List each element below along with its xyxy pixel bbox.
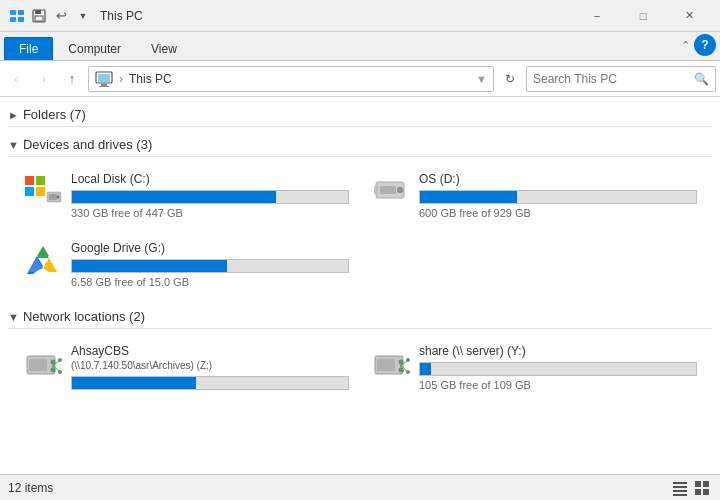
local-c-space: 330 GB free of 447 GB bbox=[71, 207, 349, 219]
svg-rect-12 bbox=[36, 176, 45, 185]
share-y-name: share (\\ server) (Y:) bbox=[419, 344, 697, 358]
gdrive-g-info: Google Drive (G:) 6.58 GB free of 15.0 G… bbox=[71, 241, 349, 288]
svg-point-49 bbox=[406, 358, 410, 362]
save-icon[interactable] bbox=[30, 7, 48, 25]
svg-rect-0 bbox=[10, 10, 16, 15]
svg-rect-11 bbox=[25, 176, 34, 185]
network-chevron: ▼ bbox=[8, 311, 19, 323]
local-c-progress-track bbox=[71, 190, 349, 204]
local-disk-icon bbox=[23, 172, 63, 212]
svg-rect-51 bbox=[673, 482, 687, 484]
os-d-info: OS (D:) 600 GB free of 929 GB bbox=[419, 172, 697, 219]
local-c-progress-fill bbox=[72, 191, 276, 203]
svg-rect-34 bbox=[29, 359, 47, 371]
svg-marker-30 bbox=[37, 248, 49, 258]
svg-rect-58 bbox=[703, 489, 709, 495]
svg-rect-5 bbox=[35, 10, 41, 14]
minimize-button[interactable]: − bbox=[574, 0, 620, 32]
drive-os-d[interactable]: OS (D:) 600 GB free of 929 GB bbox=[364, 165, 704, 226]
gdrive-g-progress-track bbox=[71, 259, 349, 273]
tab-view[interactable]: View bbox=[136, 37, 192, 60]
refresh-button[interactable]: ↻ bbox=[498, 67, 522, 91]
large-icons-view-button[interactable] bbox=[692, 478, 712, 498]
network-share-y[interactable]: share (\\ server) (Y:) 105 GB free of 10… bbox=[364, 337, 704, 400]
local-c-name: Local Disk (C:) bbox=[71, 172, 349, 186]
svg-point-22 bbox=[399, 189, 402, 192]
svg-rect-6 bbox=[35, 16, 43, 21]
main-content: ► Folders (7) ▼ Devices and drives (3) bbox=[0, 97, 720, 474]
svg-point-17 bbox=[57, 196, 60, 199]
folders-section-header[interactable]: ► Folders (7) bbox=[8, 101, 712, 126]
devices-section-header[interactable]: ▼ Devices and drives (3) bbox=[8, 131, 712, 156]
back-button[interactable]: ‹ bbox=[4, 67, 28, 91]
folders-section-label: Folders (7) bbox=[23, 107, 86, 122]
svg-rect-53 bbox=[673, 490, 687, 492]
drive-gdrive-g[interactable]: Google Drive (G:) 6.58 GB free of 15.0 G… bbox=[16, 234, 356, 295]
svg-point-41 bbox=[58, 370, 62, 374]
address-bar: ‹ › ↑ › This PC ▼ ↻ 🔍 bbox=[0, 61, 720, 97]
drive-local-c[interactable]: Local Disk (C:) 330 GB free of 447 GB bbox=[16, 165, 356, 226]
help-button[interactable]: ? bbox=[694, 34, 716, 56]
forward-button[interactable]: › bbox=[32, 67, 56, 91]
svg-rect-3 bbox=[18, 17, 24, 22]
svg-rect-1 bbox=[18, 10, 24, 15]
share-y-progress-fill bbox=[420, 363, 431, 375]
window-controls: − □ ✕ bbox=[574, 0, 712, 32]
svg-point-50 bbox=[406, 370, 410, 374]
ribbon-tabs: File Computer View ⌃ ? bbox=[0, 32, 720, 60]
network-ahsay-z[interactable]: AhsayCBS (\\10.7.140.50\asr\Archives) (Z… bbox=[16, 337, 356, 400]
network-drive-icon-y bbox=[371, 344, 411, 384]
svg-rect-16 bbox=[49, 194, 57, 200]
os-d-progress-track bbox=[419, 190, 697, 204]
ahsay-z-progress-fill bbox=[72, 377, 196, 389]
undo-icon[interactable]: ↩ bbox=[52, 7, 70, 25]
address-dropdown[interactable]: ▼ bbox=[476, 73, 487, 85]
svg-rect-52 bbox=[673, 486, 687, 488]
title-bar-icons: ↩ ▼ bbox=[8, 7, 92, 25]
search-input[interactable] bbox=[533, 72, 694, 86]
details-view-button[interactable] bbox=[670, 478, 690, 498]
gdrive-icon bbox=[23, 241, 63, 281]
svg-rect-13 bbox=[25, 187, 34, 196]
share-y-info: share (\\ server) (Y:) 105 GB free of 10… bbox=[419, 344, 697, 391]
os-d-progress-fill bbox=[420, 191, 517, 203]
search-icon: 🔍 bbox=[694, 72, 709, 86]
ahsay-z-progress-track bbox=[71, 376, 349, 390]
gdrive-g-name: Google Drive (G:) bbox=[71, 241, 349, 255]
breadcrumb-bar[interactable]: › This PC ▼ bbox=[88, 66, 494, 92]
svg-rect-57 bbox=[695, 489, 701, 495]
item-count: 12 items bbox=[8, 481, 53, 495]
network-section-header[interactable]: ▼ Network locations (2) bbox=[8, 303, 712, 328]
network-grid: AhsayCBS (\\10.7.140.50\asr\Archives) (Z… bbox=[8, 333, 712, 408]
svg-rect-2 bbox=[10, 17, 16, 22]
network-section-label: Network locations (2) bbox=[23, 309, 145, 324]
ribbon-expand[interactable]: ⌃ bbox=[681, 39, 690, 52]
network-divider bbox=[8, 328, 712, 329]
folders-chevron: ► bbox=[8, 109, 19, 121]
os-d-space: 600 GB free of 929 GB bbox=[419, 207, 697, 219]
ahsay-z-name: AhsayCBS (\\10.7.140.50\asr\Archives) (Z… bbox=[71, 344, 349, 372]
search-bar[interactable]: 🔍 bbox=[526, 66, 716, 92]
folders-divider bbox=[8, 126, 712, 127]
computer-icon bbox=[95, 70, 113, 88]
gdrive-g-progress-fill bbox=[72, 260, 227, 272]
dropdown-icon[interactable]: ▼ bbox=[74, 7, 92, 25]
os-d-name: OS (D:) bbox=[419, 172, 697, 186]
breadcrumb-arrow: › bbox=[119, 72, 123, 86]
local-c-info: Local Disk (C:) 330 GB free of 447 GB bbox=[71, 172, 349, 219]
svg-rect-20 bbox=[374, 186, 378, 194]
tab-file[interactable]: File bbox=[4, 37, 53, 60]
ahsay-z-info: AhsayCBS (\\10.7.140.50\asr\Archives) (Z… bbox=[71, 344, 349, 393]
devices-section-label: Devices and drives (3) bbox=[23, 137, 152, 152]
devices-grid: Local Disk (C:) 330 GB free of 447 GB bbox=[8, 161, 712, 303]
breadcrumb-path: This PC bbox=[129, 72, 172, 86]
tab-computer[interactable]: Computer bbox=[53, 37, 136, 60]
up-button[interactable]: ↑ bbox=[60, 67, 84, 91]
share-y-progress-track bbox=[419, 362, 697, 376]
devices-divider bbox=[8, 156, 712, 157]
close-button[interactable]: ✕ bbox=[666, 0, 712, 32]
quick-access-icon bbox=[8, 7, 26, 25]
network-drive-icon-z bbox=[23, 344, 63, 384]
svg-rect-14 bbox=[36, 187, 45, 196]
maximize-button[interactable]: □ bbox=[620, 0, 666, 32]
